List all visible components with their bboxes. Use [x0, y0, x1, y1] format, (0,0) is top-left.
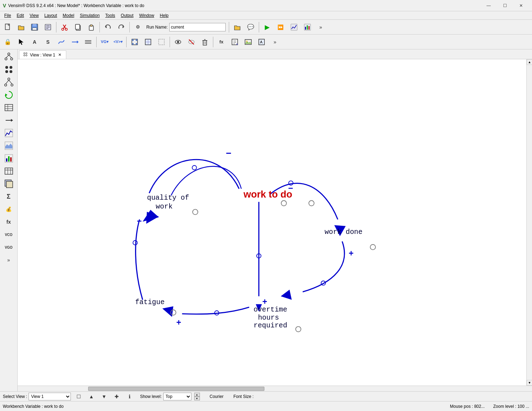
horizontal-scrollbar[interactable]: [18, 386, 532, 391]
sb-sigma-button[interactable]: Σ: [2, 191, 16, 203]
sep4: [229, 22, 229, 32]
menu-item-window[interactable]: Window: [136, 12, 157, 19]
eye-button[interactable]: [172, 36, 184, 48]
lock-button[interactable]: 🔒: [1, 36, 14, 48]
curve-button[interactable]: [55, 36, 68, 48]
more-toolbar2[interactable]: »: [269, 36, 281, 48]
svg-point-90: [24, 53, 25, 54]
view-select-dropdown[interactable]: View 1: [29, 393, 71, 400]
vertical-scrollbar[interactable]: ▲ ▼: [526, 59, 532, 386]
view-info-button[interactable]: ℹ: [124, 392, 134, 401]
view-down-button[interactable]: ▼: [99, 392, 109, 401]
sb-vco-button[interactable]: VCO: [2, 229, 16, 241]
ghost-button[interactable]: [155, 36, 168, 48]
svg-rect-3: [32, 28, 37, 30]
show-level-dropdown[interactable]: Top: [163, 393, 191, 400]
resize-button[interactable]: [128, 36, 141, 48]
menu-item-edit[interactable]: Edit: [14, 12, 27, 19]
sensitivity-button[interactable]: [288, 21, 300, 34]
more-toolbar1[interactable]: »: [314, 21, 327, 34]
save-button[interactable]: [28, 21, 41, 34]
text-tool-button[interactable]: A: [28, 36, 41, 48]
select-tool-button[interactable]: [15, 36, 27, 48]
sketch-button[interactable]: S: [42, 36, 54, 48]
compare-button[interactable]: [301, 21, 314, 34]
minimize-button[interactable]: —: [481, 0, 497, 11]
view-up-button[interactable]: ▲: [86, 392, 96, 401]
run-button[interactable]: ▶: [261, 21, 274, 34]
var-type1-button[interactable]: VG▾: [98, 36, 111, 48]
statusbar: Select View : View 1 ☐ ▲ ▼ ✚ ℹ Show leve…: [0, 391, 532, 401]
publish-button[interactable]: [42, 21, 54, 34]
sb-person-dollar-button[interactable]: 💰: [2, 203, 16, 215]
svg-rect-33: [132, 39, 134, 41]
sb-export-button[interactable]: [2, 178, 16, 190]
scroll-track[interactable]: [527, 65, 532, 380]
diagram-canvas[interactable]: − + − + + − work to do quality of: [18, 59, 526, 386]
sb-share-button[interactable]: [2, 76, 16, 88]
flow-button[interactable]: [82, 36, 94, 48]
run-step-button[interactable]: ⏩: [274, 21, 287, 34]
cut-button[interactable]: [58, 21, 71, 34]
svg-rect-25: [308, 26, 310, 30]
sb-cycle-button[interactable]: [2, 89, 16, 101]
menu-item-tools[interactable]: Tools: [103, 12, 118, 19]
tab-close-button[interactable]: ✕: [57, 53, 62, 58]
svg-rect-24: [307, 25, 308, 30]
close-button[interactable]: ✕: [513, 0, 529, 11]
sb-more-button[interactable]: »: [2, 254, 16, 266]
svg-rect-34: [136, 39, 137, 41]
open-button[interactable]: [15, 21, 27, 34]
svg-rect-71: [5, 104, 13, 111]
svg-line-60: [9, 55, 12, 58]
sb-chart-area-button[interactable]: [2, 140, 16, 152]
redo-button[interactable]: [115, 21, 128, 34]
sb-arrow-right-button[interactable]: [2, 114, 16, 126]
settings-button[interactable]: ⚙: [132, 21, 144, 34]
menu-item-simulation[interactable]: Simulation: [77, 12, 103, 19]
shade-button[interactable]: [142, 36, 154, 48]
message-button[interactable]: 💬: [244, 21, 257, 34]
menu-item-file[interactable]: File: [1, 12, 14, 19]
menu-item-output[interactable]: Output: [118, 12, 136, 19]
level-up-button[interactable]: ▲: [194, 393, 200, 397]
hscrollbar-thumb[interactable]: [88, 387, 264, 391]
delete-button[interactable]: [198, 36, 211, 48]
svg-point-67: [11, 84, 13, 86]
menu-item-layout[interactable]: Layout: [42, 12, 60, 19]
sb-table-button[interactable]: [2, 102, 16, 114]
sb-table2-button[interactable]: [2, 165, 16, 177]
tab-view1[interactable]: View : View 1 ✕: [19, 50, 66, 59]
scroll-up-button[interactable]: ▲: [527, 59, 532, 65]
menu-item-view[interactable]: View: [27, 12, 42, 19]
sb-chart-bar-button[interactable]: [2, 152, 16, 164]
copy-button[interactable]: [72, 21, 84, 34]
menu-item-model[interactable]: Model: [60, 12, 77, 19]
view-box-button[interactable]: ☐: [74, 392, 84, 401]
undo-button[interactable]: [102, 21, 114, 34]
open-folder2-button[interactable]: [231, 21, 244, 34]
image-button[interactable]: [242, 36, 255, 48]
sb-fx-button[interactable]: fx: [2, 216, 16, 228]
sep3: [129, 22, 130, 32]
svg-text:−: −: [226, 148, 231, 158]
var-type2-button[interactable]: <V>▾: [112, 36, 124, 48]
paste-button[interactable]: [85, 21, 98, 34]
edit2-button[interactable]: [255, 36, 268, 48]
view-add-button[interactable]: ✚: [112, 392, 122, 401]
run-name-input[interactable]: [169, 23, 226, 31]
menu-item-help[interactable]: Help: [157, 12, 171, 19]
edit-eq-button[interactable]: [228, 36, 241, 48]
maximize-button[interactable]: ☐: [497, 0, 513, 11]
new-button[interactable]: [1, 21, 14, 34]
level-spinner[interactable]: ▲ ▼: [194, 393, 200, 400]
sb-vgo-button[interactable]: VGO: [2, 241, 16, 253]
scroll-down-button[interactable]: ▼: [527, 380, 532, 386]
arrow-tool-button[interactable]: [68, 36, 81, 48]
level-down-button[interactable]: ▼: [194, 397, 200, 400]
sb-chart-line-button[interactable]: [2, 127, 16, 139]
sb-network-button[interactable]: [2, 51, 16, 63]
equation-button[interactable]: fx: [215, 36, 228, 48]
hide-button[interactable]: [185, 36, 198, 48]
sb-nodes-button[interactable]: [2, 64, 16, 75]
